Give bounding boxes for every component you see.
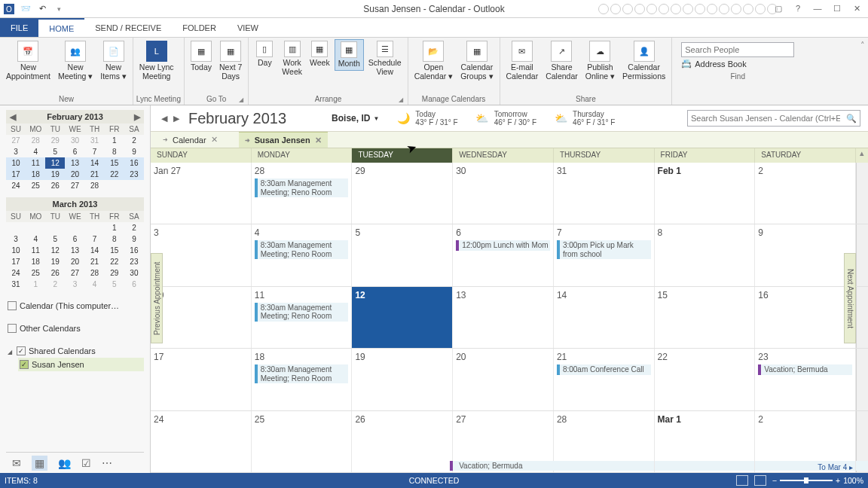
maximize-icon[interactable]: ☐ [829, 4, 845, 14]
mini-cal-day[interactable]: 16 [124, 245, 144, 256]
mini-cal-day[interactable]: 16 [124, 157, 144, 169]
day-cell[interactable]: 26 [352, 411, 453, 472]
day-cell[interactable]: Feb 1 [655, 163, 756, 224]
mini-cal-day[interactable]: 24 [6, 180, 26, 191]
close-tab-icon[interactable]: ✕ [315, 136, 322, 145]
day-cell[interactable]: 9 [755, 224, 856, 285]
next-appointment-button[interactable]: Next Appointment [844, 253, 856, 343]
mini-cal-day[interactable]: 2 [45, 279, 65, 290]
mini-cal-day[interactable]: 19 [45, 169, 65, 180]
mini-cal-day[interactable]: 18 [26, 169, 45, 180]
checkbox-icon[interactable]: ✓ [17, 346, 26, 355]
mini-cal-day[interactable]: 18 [26, 256, 45, 267]
mini-cal-day[interactable]: 5 [45, 233, 65, 245]
day-cell[interactable]: 30 [453, 163, 554, 224]
mini-cal-grid[interactable]: SUMOTUWETHFRSA27282930311234567891011121… [6, 124, 144, 191]
to-next-link[interactable]: To Mar 4 ▸ [818, 463, 853, 471]
mini-cal-day[interactable]: 29 [105, 267, 124, 279]
day-cell[interactable]: 13 [453, 287, 554, 348]
day-cell[interactable]: 23Vacation; Bermuda [755, 349, 856, 410]
mini-cal-day[interactable] [45, 222, 65, 233]
mini-cal-day[interactable]: 7 [85, 146, 105, 157]
weather-today[interactable]: 🌙Today43° F / 31° F [394, 110, 457, 127]
mini-cal-day[interactable]: 1 [105, 222, 124, 233]
mini-cal-day[interactable]: 13 [65, 245, 84, 256]
email-calendar-button[interactable]: ✉E-mail Calendar [503, 39, 542, 82]
day-button[interactable]: ▯Day [252, 39, 277, 69]
mini-cal-day[interactable] [124, 180, 144, 191]
day-cell[interactable]: 22 [655, 349, 756, 410]
appointment[interactable]: 8:30am Management Meeting; Reno Room [255, 178, 349, 197]
shared-calendars-header[interactable]: ✓Shared Calendars [6, 344, 144, 358]
mini-cal-day[interactable]: 22 [105, 169, 124, 180]
day-cell[interactable]: 24 [151, 411, 252, 472]
day-cell[interactable]: 8 [655, 224, 756, 285]
collapse-ribbon-icon[interactable]: ˄ [857, 38, 868, 105]
mini-cal-day[interactable]: 11 [26, 157, 45, 169]
new-appointment-button[interactable]: 📅New Appointment [3, 39, 53, 82]
open-calendar-button[interactable]: 📂Open Calendar ▾ [411, 39, 457, 82]
mini-cal-day[interactable]: 1 [26, 279, 45, 290]
mini-cal-day[interactable]: 1 [105, 135, 124, 146]
zoom-in-icon[interactable]: + [836, 476, 840, 485]
mini-cal-day[interactable]: 5 [105, 279, 124, 290]
mini-cal-day[interactable]: 17 [6, 256, 26, 267]
tab-view[interactable]: VIEW [227, 18, 269, 37]
new-meeting-button[interactable]: 👥New Meeting ▾ [55, 39, 96, 82]
appointment[interactable]: 12:00pm Lunch with Mom [456, 240, 550, 251]
day-cell[interactable]: 2 [755, 163, 856, 224]
mini-cal-day[interactable]: 7 [85, 233, 105, 245]
mini-cal-day[interactable]: 10 [6, 245, 26, 256]
publish-online-button[interactable]: ☁Publish Online ▾ [582, 39, 618, 82]
undo-icon[interactable]: ↶ [36, 3, 48, 15]
location-picker[interactable]: Boise, ID▼ [332, 113, 379, 124]
tab-home[interactable]: HOME [38, 18, 84, 37]
day-cell[interactable]: Mar 1 [655, 411, 756, 472]
day-cell[interactable]: 19 [352, 349, 453, 410]
mini-cal-day[interactable]: 20 [65, 256, 84, 267]
scrollbar[interactable] [856, 287, 868, 348]
mini-cal-day[interactable]: 4 [85, 279, 105, 290]
search-calendar[interactable]: 🔍 [687, 110, 860, 127]
mini-cal-day[interactable]: 2 [124, 135, 144, 146]
mini-cal-day[interactable]: 25 [26, 180, 45, 191]
mini-cal-day[interactable]: 22 [105, 256, 124, 267]
mini-cal-day[interactable]: 15 [105, 157, 124, 169]
tab-calendar-overlay[interactable]: ➜Calendar✕ [157, 132, 224, 148]
mini-cal-day[interactable]: 8 [105, 146, 124, 157]
mini-cal-day[interactable]: 12 [45, 157, 65, 169]
mini-cal-day[interactable]: 17 [6, 169, 26, 180]
mini-cal-day[interactable]: 27 [6, 135, 26, 146]
lync-meeting-button[interactable]: LNew Lync Meeting [136, 39, 177, 82]
day-cell[interactable]: 5 [352, 224, 453, 285]
week-button[interactable]: ▦Week [307, 39, 333, 69]
appointment[interactable]: 8:00am Conference Call [557, 364, 651, 375]
close-icon[interactable]: ✕ [848, 4, 865, 14]
address-book-button[interactable]: 📇Address Book [681, 59, 794, 69]
calendar-susan-jensen[interactable]: ✓Susan Jensen [18, 358, 144, 371]
day-cell[interactable]: 118:30am Management Meeting; Reno Room [252, 287, 353, 348]
mini-cal-day[interactable]: 27 [65, 180, 84, 191]
day-cell[interactable]: 218:00am Conference Call [554, 349, 655, 410]
mini-cal-day[interactable]: 9 [124, 146, 144, 157]
tab-susan-overlay[interactable]: ➜Susan Jensen✕ [239, 132, 328, 148]
mini-cal-day[interactable]: 25 [26, 267, 45, 279]
calendar-icon[interactable]: ▦ [32, 456, 47, 471]
prev-month-icon[interactable]: ◀ [8, 112, 18, 122]
new-items-button[interactable]: 📄New Items ▾ [97, 39, 130, 82]
help-icon[interactable]: ? [790, 4, 806, 14]
day-cell[interactable]: 48:30am Management Meeting; Reno Room [252, 224, 353, 285]
mini-cal-day[interactable]: 14 [85, 157, 105, 169]
reading-view-icon[interactable] [754, 475, 766, 486]
prev-period-icon[interactable]: ◀ [158, 114, 170, 124]
send-receive-icon[interactable]: 📨 [20, 3, 32, 15]
checkbox-icon[interactable] [8, 301, 17, 310]
calendar-groups-button[interactable]: ▦Calendar Groups ▾ [457, 39, 496, 82]
day-cell[interactable]: 10 [151, 287, 252, 348]
mini-cal-day[interactable]: 5 [45, 146, 65, 157]
mini-cal-day[interactable] [65, 222, 84, 233]
zoom-slider[interactable]: − + 100% [772, 476, 863, 485]
mini-cal-day[interactable]: 19 [45, 256, 65, 267]
mini-cal-day[interactable]: 21 [85, 169, 105, 180]
day-cell[interactable]: 3 [151, 224, 252, 285]
